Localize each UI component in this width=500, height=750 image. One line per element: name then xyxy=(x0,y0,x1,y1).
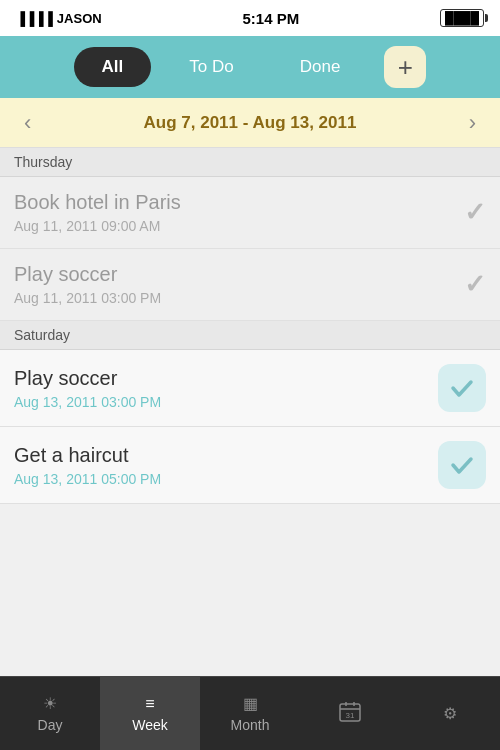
task-item[interactable]: Play soccerAug 11, 2011 03:00 PM✓ xyxy=(0,249,500,321)
task-date: Aug 11, 2011 09:00 AM xyxy=(14,218,464,234)
task-text-block: Book hotel in ParisAug 11, 2011 09:00 AM xyxy=(14,191,464,234)
task-title: Play soccer xyxy=(14,367,438,390)
tab-month[interactable]: ▦ Month xyxy=(200,677,300,750)
add-task-button[interactable]: + xyxy=(384,46,426,88)
tab-week-label: Week xyxy=(132,717,168,733)
tab-calendar[interactable]: 31 xyxy=(300,677,400,750)
task-item[interactable]: Book hotel in ParisAug 11, 2011 09:00 AM… xyxy=(0,177,500,249)
week-icon: ≡ xyxy=(145,695,154,713)
task-item[interactable]: Get a haircutAug 13, 2011 05:00 PM xyxy=(0,427,500,504)
bottom-toolbar: ☀ Day ≡ Week ▦ Month 31 ⚙ xyxy=(0,676,500,750)
battery-level: ████ xyxy=(445,11,479,25)
svg-text:31: 31 xyxy=(346,711,355,720)
done-checkmark-icon: ✓ xyxy=(464,197,486,228)
day-icon: ☀ xyxy=(43,694,57,713)
day-header: Thursday xyxy=(0,148,500,177)
tab-settings[interactable]: ⚙ xyxy=(400,677,500,750)
done-tab-button[interactable]: Done xyxy=(272,47,369,87)
status-bar: ▐▐▐▐ JASON 5:14 PM ████ xyxy=(0,0,500,36)
calendar-icon: 31 xyxy=(339,701,361,727)
status-signal: ▐▐▐▐ JASON xyxy=(16,11,102,26)
task-date: Aug 13, 2011 03:00 PM xyxy=(14,394,438,410)
task-title: Book hotel in Paris xyxy=(14,191,464,214)
next-week-button[interactable]: › xyxy=(461,106,484,140)
task-list: ThursdayBook hotel in ParisAug 11, 2011 … xyxy=(0,148,500,726)
todo-check-button[interactable] xyxy=(438,441,486,489)
date-range-text: Aug 7, 2011 - Aug 13, 2011 xyxy=(39,113,460,133)
status-time: 5:14 PM xyxy=(242,10,299,27)
prev-week-button[interactable]: ‹ xyxy=(16,106,39,140)
carrier-name: JASON xyxy=(57,11,102,26)
status-battery: ████ xyxy=(440,9,484,27)
task-text-block: Play soccerAug 11, 2011 03:00 PM xyxy=(14,263,464,306)
task-date: Aug 11, 2011 03:00 PM xyxy=(14,290,464,306)
task-text-block: Get a haircutAug 13, 2011 05:00 PM xyxy=(14,444,438,487)
top-nav: All To Do Done + xyxy=(0,36,500,98)
task-item[interactable]: Play soccerAug 13, 2011 03:00 PM xyxy=(0,350,500,427)
check-icon xyxy=(448,451,476,479)
signal-bars: ▐▐▐▐ xyxy=(16,11,53,26)
done-checkmark-icon: ✓ xyxy=(464,269,486,300)
check-icon xyxy=(448,374,476,402)
all-tab-button[interactable]: All xyxy=(74,47,152,87)
task-date: Aug 13, 2011 05:00 PM xyxy=(14,471,438,487)
date-range-bar: ‹ Aug 7, 2011 - Aug 13, 2011 › xyxy=(0,98,500,148)
task-title: Get a haircut xyxy=(14,444,438,467)
settings-icon: ⚙ xyxy=(443,704,457,723)
day-header: Saturday xyxy=(0,321,500,350)
todo-tab-button[interactable]: To Do xyxy=(161,47,261,87)
tab-month-label: Month xyxy=(231,717,270,733)
todo-check-button[interactable] xyxy=(438,364,486,412)
month-icon: ▦ xyxy=(243,694,258,713)
task-title: Play soccer xyxy=(14,263,464,286)
tab-day[interactable]: ☀ Day xyxy=(0,677,100,750)
tab-week[interactable]: ≡ Week xyxy=(100,677,200,750)
task-text-block: Play soccerAug 13, 2011 03:00 PM xyxy=(14,367,438,410)
tab-day-label: Day xyxy=(38,717,63,733)
